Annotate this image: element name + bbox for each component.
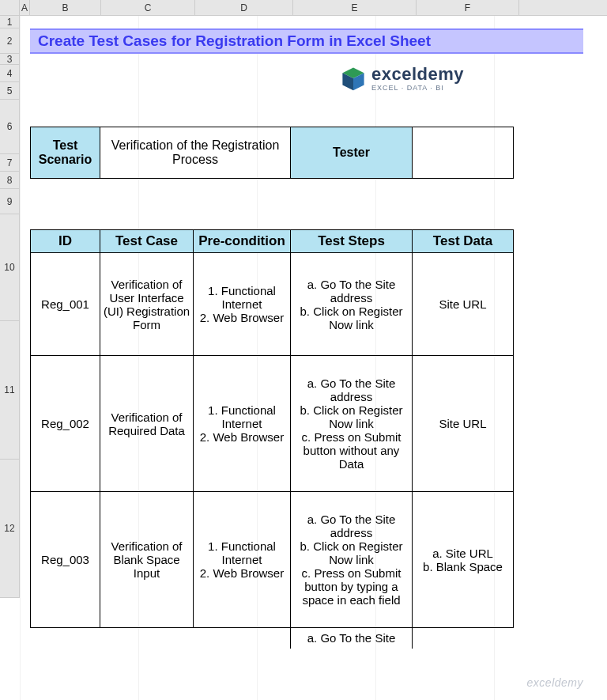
th-test-steps[interactable]: Test Steps (291, 230, 413, 253)
table-cell[interactable]: Site URL (413, 356, 514, 492)
th-test-case[interactable]: Test Case (100, 230, 194, 253)
row-header[interactable]: 9 (0, 189, 20, 214)
row-header[interactable]: 4 (0, 65, 20, 82)
tester-value-cell[interactable] (413, 127, 514, 179)
col-header[interactable]: D (195, 0, 293, 15)
table-row: Reg_003Verification of Blank Space Input… (31, 492, 514, 628)
row-header[interactable]: 5 (0, 82, 20, 100)
table-cell[interactable]: a. Go To the Site address b. Click on Re… (291, 492, 413, 628)
col-header[interactable]: B (30, 0, 101, 15)
table-cell[interactable] (413, 628, 514, 649)
table-cell[interactable]: Verification of Blank Space Input (100, 492, 194, 628)
table-cell[interactable]: a. Go To the Site address b. Click on Re… (291, 356, 413, 492)
table-cell[interactable] (100, 628, 194, 649)
sheet-title: Create Test Cases for Registration Form … (30, 28, 583, 54)
th-test-data[interactable]: Test Data (413, 230, 514, 253)
table-cell[interactable] (31, 628, 100, 649)
tester-label-cell[interactable]: Tester (291, 127, 413, 179)
col-header[interactable]: C (101, 0, 195, 15)
th-id[interactable]: ID (31, 230, 100, 253)
table-cell[interactable]: Verification of Required Data (100, 356, 194, 492)
row-header[interactable]: 6 (0, 100, 20, 154)
table-cell[interactable]: 1. Functional Internet 2. Web Browser (194, 253, 291, 356)
row-header[interactable]: 7 (0, 154, 20, 172)
col-header[interactable]: A (20, 0, 30, 15)
row-header[interactable]: 3 (0, 54, 20, 65)
col-header[interactable]: F (417, 0, 519, 15)
table-row: a. Go To the Site (31, 628, 514, 649)
table-cell[interactable]: a. Site URL b. Blank Space (413, 492, 514, 628)
table-cell[interactable]: Reg_003 (31, 492, 100, 628)
cube-icon (340, 65, 367, 92)
table-cell[interactable]: Reg_002 (31, 356, 100, 492)
table-cell[interactable] (194, 628, 291, 649)
scenario-value-cell[interactable]: Verification of the Registration Process (100, 127, 291, 179)
scenario-label-cell[interactable]: Test Scenario (31, 127, 100, 179)
row-header[interactable]: 12 (0, 460, 20, 598)
table-row: Reg_001Verification of User Interface (U… (31, 253, 514, 356)
table-cell[interactable]: Verification of User Interface (UI) Regi… (100, 253, 194, 356)
row-header[interactable]: 10 (0, 214, 20, 321)
logo-text: exceldemy (371, 66, 464, 83)
row-header[interactable]: 8 (0, 172, 20, 189)
watermark: exceldemy (527, 676, 583, 689)
scenario-table: Test Scenario Verification of the Regist… (30, 127, 514, 179)
table-row: Reg_002Verification of Required Data1. F… (31, 356, 514, 492)
table-cell[interactable]: 1. Functional Internet 2. Web Browser (194, 492, 291, 628)
row-header-col: 123456789101112 (0, 16, 20, 598)
table-header-row: ID Test Case Pre-condition Test Steps Te… (31, 230, 514, 253)
table-cell[interactable]: 1. Functional Internet 2. Web Browser (194, 356, 291, 492)
col-header[interactable]: E (293, 0, 417, 15)
column-header-row: A B C D E F (0, 0, 607, 16)
table-cell[interactable]: Reg_001 (31, 253, 100, 356)
row-header[interactable]: 1 (0, 16, 20, 28)
table-cell[interactable]: a. Go To the Site address b. Click on Re… (291, 253, 413, 356)
brand-logo: exceldemy EXCEL · DATA · BI (340, 65, 464, 92)
row-header[interactable]: 2 (0, 28, 20, 54)
table-cell[interactable]: Site URL (413, 253, 514, 356)
th-precondition[interactable]: Pre-condition (194, 230, 291, 253)
logo-subtext: EXCEL · DATA · BI (371, 85, 464, 92)
test-cases-table: ID Test Case Pre-condition Test Steps Te… (30, 229, 514, 649)
table-cell[interactable]: a. Go To the Site (291, 628, 413, 649)
row-header[interactable]: 11 (0, 321, 20, 460)
